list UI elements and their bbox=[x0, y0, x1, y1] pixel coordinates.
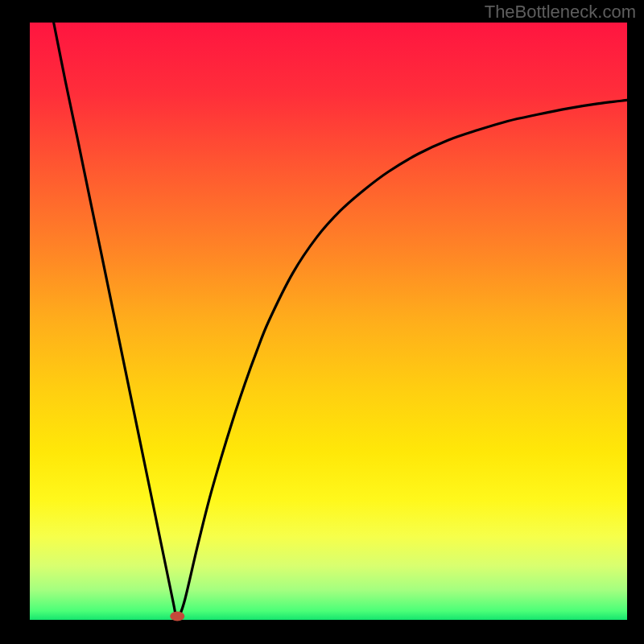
chart-frame: TheBottleneck.com bbox=[0, 0, 644, 644]
bottleneck-chart bbox=[0, 0, 644, 644]
optimum-marker bbox=[170, 612, 184, 621]
plot-background bbox=[30, 23, 627, 620]
watermark-text: TheBottleneck.com bbox=[485, 2, 636, 23]
